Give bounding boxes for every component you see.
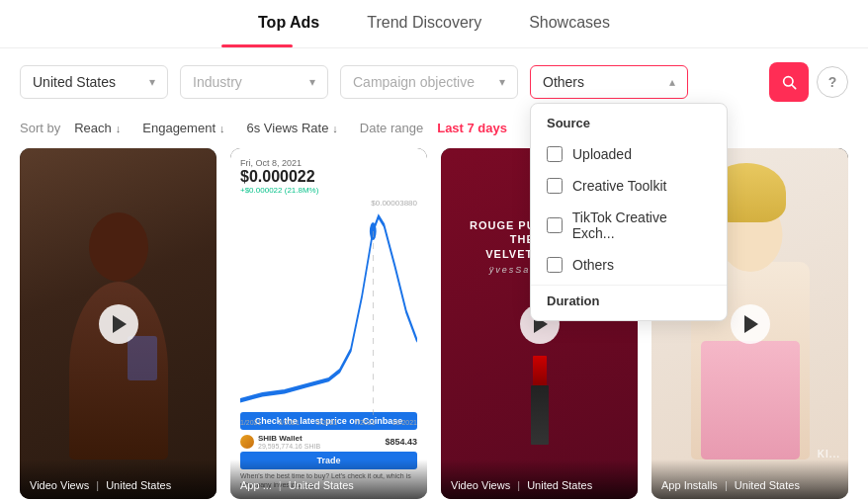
- dropdown-item-creative-toolkit[interactable]: Creative Toolkit: [531, 170, 727, 202]
- shib-icon: [240, 435, 254, 449]
- video-card-1[interactable]: Video Views | United States: [20, 148, 217, 499]
- help-icon: ?: [828, 74, 837, 90]
- card-4-label: App Installs | United States: [651, 460, 848, 499]
- dropdown-item-uploaded[interactable]: Uploaded: [531, 138, 727, 170]
- card-2-label: App ... | United States: [230, 460, 427, 499]
- play-icon-1: [113, 315, 127, 333]
- sort-reach[interactable]: Reach ↓: [66, 118, 129, 138]
- date-range-label: Date range: [360, 121, 423, 135]
- card-3-label-right: United States: [527, 479, 592, 491]
- svg-line-1: [792, 85, 796, 89]
- card-1-divider: |: [96, 479, 99, 491]
- crypto-change: +$0.000022 (21.8M%): [240, 186, 417, 195]
- checkbox-tiktok-exchange[interactable]: [547, 217, 563, 233]
- crypto-price: $0.000022: [240, 168, 417, 186]
- sort-engagement[interactable]: Engagement ↓: [134, 118, 232, 138]
- campaign-placeholder: Campaign objective: [353, 74, 475, 90]
- reach-arrow: ↓: [116, 123, 122, 134]
- date-7days[interactable]: Last 7 days: [429, 118, 515, 138]
- card-4-label-left: App Installs: [661, 479, 718, 491]
- dropdown-item-others[interactable]: Others: [531, 249, 727, 281]
- source-dropdown-wrapper: Others ▴ Source Uploaded Creative Toolki…: [530, 65, 688, 99]
- header-nav: Top Ads Trend Discovery Showcases: [0, 0, 868, 48]
- sort-row: Sort by Reach ↓ Engagement ↓ 6s Views Ra…: [0, 112, 868, 148]
- country-filter[interactable]: United States ▾: [20, 65, 168, 99]
- source-filter[interactable]: Others ▴: [530, 65, 688, 99]
- chart-peak: $0.00003880: [240, 199, 417, 208]
- dropdown-item-tiktok-exchange[interactable]: TikTok Creative Exch...: [531, 202, 727, 249]
- card-1-label: Video Views | United States: [20, 460, 217, 499]
- card-3-label: Video Views | United States: [441, 460, 638, 499]
- industry-chevron: ▾: [309, 75, 315, 89]
- ysl-product: [531, 356, 549, 445]
- watermark: KI...: [818, 449, 840, 460]
- tiktok-exchange-label: TikTok Creative Exch...: [572, 209, 711, 241]
- campaign-chevron: ▾: [499, 75, 505, 89]
- filters-right: ?: [769, 62, 848, 102]
- checkbox-others[interactable]: [547, 257, 563, 273]
- person-head: [89, 212, 148, 282]
- play-button-4[interactable]: [731, 304, 770, 344]
- tab-top-ads[interactable]: Top Ads: [258, 14, 319, 38]
- wallet-amount: $854.43: [385, 437, 417, 447]
- industry-placeholder: Industry: [193, 74, 242, 90]
- creative-toolkit-label: Creative Toolkit: [572, 178, 666, 194]
- views-rate-arrow: ↓: [332, 123, 338, 134]
- checkbox-uploaded[interactable]: [547, 146, 563, 162]
- views-rate-label: 6s Views Rate: [247, 121, 329, 135]
- chart-area: $0.00003880 1/20213/20215/20217/202110/2…: [240, 199, 417, 406]
- phone-glow: [128, 336, 157, 380]
- source-dropdown-panel: Source Uploaded Creative Toolkit TikTok …: [530, 103, 728, 321]
- uploaded-label: Uploaded: [572, 146, 632, 162]
- duration-section-title: Duration: [531, 285, 727, 312]
- country-value: United States: [33, 74, 116, 90]
- sort-views-rate[interactable]: 6s Views Rate ↓: [239, 118, 346, 138]
- chart-dates: 1/20213/20215/20217/202110/2021: [240, 419, 417, 426]
- chart-svg: [240, 208, 417, 415]
- card-4-label-right: United States: [735, 479, 800, 491]
- video-card-2[interactable]: Fri, Oct 8, 2021 $0.000022 +$0.000022 (2…: [230, 148, 427, 499]
- crypto-date: Fri, Oct 8, 2021: [240, 158, 417, 168]
- tab-showcases[interactable]: Showcases: [529, 14, 610, 38]
- source-section-title: Source: [531, 116, 727, 138]
- card-2-label-right: United States: [289, 479, 354, 491]
- country-chevron: ▾: [149, 75, 155, 89]
- engagement-arrow: ↓: [219, 123, 225, 134]
- play-icon-4: [744, 315, 758, 333]
- card-1-label-right: United States: [106, 479, 171, 491]
- wallet-sub: 29,595,774.16 SHIB: [258, 443, 320, 450]
- play-button-1[interactable]: [99, 304, 138, 344]
- engagement-label: Engagement: [142, 121, 216, 135]
- card-1-label-left: Video Views: [30, 479, 89, 491]
- source-chevron: ▴: [669, 75, 675, 89]
- card-3-label-left: Video Views: [451, 479, 510, 491]
- others-label: Others: [572, 257, 614, 273]
- source-value: Others: [543, 74, 584, 90]
- filters-row: United States ▾ Industry ▾ Campaign obje…: [0, 48, 868, 112]
- checkbox-creative-toolkit[interactable]: [547, 178, 563, 194]
- card-2-bg: Fri, Oct 8, 2021 $0.000022 +$0.000022 (2…: [230, 148, 427, 499]
- svg-point-2: [370, 222, 377, 240]
- sort-by-label: Sort by: [20, 121, 60, 135]
- outfit: [701, 341, 800, 460]
- tab-trend-discovery[interactable]: Trend Discovery: [367, 14, 481, 38]
- campaign-filter[interactable]: Campaign objective ▾: [340, 65, 518, 99]
- video-grid: Video Views | United States Fri, Oct 8, …: [0, 148, 868, 499]
- reach-label: Reach: [74, 121, 112, 135]
- search-button[interactable]: [769, 62, 809, 102]
- wallet-row: SHIB Wallet 29,595,774.16 SHIB $854.43: [240, 434, 417, 450]
- industry-filter[interactable]: Industry ▾: [180, 65, 328, 99]
- help-button[interactable]: ?: [817, 66, 848, 98]
- wallet-name: SHIB Wallet: [258, 434, 320, 443]
- wallet-info: SHIB Wallet 29,595,774.16 SHIB: [258, 434, 320, 450]
- card-2-label-left: App ...: [240, 479, 272, 491]
